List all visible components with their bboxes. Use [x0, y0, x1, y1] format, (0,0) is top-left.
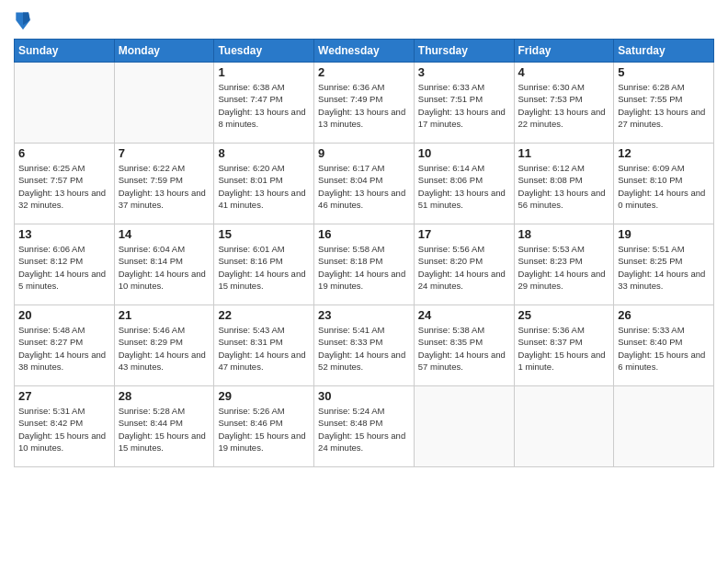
- day-number: 12: [618, 146, 710, 160]
- day-info: Sunrise: 5:33 AM Sunset: 8:40 PM Dayligh…: [618, 324, 710, 373]
- day-info: Sunrise: 5:38 AM Sunset: 8:35 PM Dayligh…: [418, 324, 510, 373]
- day-info: Sunrise: 5:43 AM Sunset: 8:31 PM Dayligh…: [218, 324, 310, 373]
- weekday-header-tuesday: Tuesday: [214, 40, 314, 63]
- day-info: Sunrise: 6:28 AM Sunset: 7:55 PM Dayligh…: [618, 81, 710, 130]
- page: SundayMondayTuesdayWednesdayThursdayFrid…: [0, 0, 728, 563]
- day-info: Sunrise: 5:31 AM Sunset: 8:42 PM Dayligh…: [18, 405, 110, 454]
- weekday-header-sunday: Sunday: [15, 40, 115, 63]
- calendar-week-4: 27Sunrise: 5:31 AM Sunset: 8:42 PM Dayli…: [15, 386, 714, 467]
- day-info: Sunrise: 5:36 AM Sunset: 8:37 PM Dayligh…: [518, 324, 610, 373]
- day-number: 27: [18, 389, 110, 403]
- day-number: 3: [418, 65, 510, 79]
- weekday-row: SundayMondayTuesdayWednesdayThursdayFrid…: [15, 40, 714, 63]
- calendar-cell: 10Sunrise: 6:14 AM Sunset: 8:06 PM Dayli…: [414, 144, 514, 224]
- day-number: 10: [418, 146, 510, 160]
- weekday-header-wednesday: Wednesday: [314, 40, 415, 63]
- day-info: Sunrise: 5:51 AM Sunset: 8:25 PM Dayligh…: [618, 243, 710, 292]
- calendar-header: SundayMondayTuesdayWednesdayThursdayFrid…: [15, 40, 714, 63]
- day-info: Sunrise: 5:46 AM Sunset: 8:29 PM Dayligh…: [119, 324, 210, 373]
- calendar-week-0: 1Sunrise: 6:38 AM Sunset: 7:47 PM Daylig…: [15, 63, 714, 144]
- day-info: Sunrise: 6:33 AM Sunset: 7:51 PM Dayligh…: [418, 81, 510, 130]
- day-info: Sunrise: 6:01 AM Sunset: 8:16 PM Dayligh…: [218, 243, 310, 292]
- day-number: 7: [119, 146, 210, 160]
- day-number: 13: [18, 227, 110, 241]
- logo: [14, 9, 34, 31]
- day-number: 1: [218, 65, 310, 79]
- calendar-cell: 19Sunrise: 5:51 AM Sunset: 8:25 PM Dayli…: [614, 224, 714, 305]
- calendar-cell: 29Sunrise: 5:26 AM Sunset: 8:46 PM Dayli…: [214, 386, 314, 467]
- logo-icon: [14, 9, 32, 31]
- day-number: 28: [119, 389, 210, 403]
- day-info: Sunrise: 5:53 AM Sunset: 8:23 PM Dayligh…: [518, 243, 610, 292]
- calendar-cell: 15Sunrise: 6:01 AM Sunset: 8:16 PM Dayli…: [214, 224, 314, 305]
- day-number: 15: [218, 227, 310, 241]
- day-number: 18: [518, 227, 610, 241]
- calendar-cell: 17Sunrise: 5:56 AM Sunset: 8:20 PM Dayli…: [414, 224, 514, 305]
- calendar-week-3: 20Sunrise: 5:48 AM Sunset: 8:27 PM Dayli…: [15, 305, 714, 386]
- weekday-header-thursday: Thursday: [414, 40, 514, 63]
- calendar-body: 1Sunrise: 6:38 AM Sunset: 7:47 PM Daylig…: [15, 63, 714, 467]
- day-number: 8: [218, 146, 310, 160]
- calendar-cell: 3Sunrise: 6:33 AM Sunset: 7:51 PM Daylig…: [414, 63, 514, 144]
- day-number: 21: [119, 308, 210, 322]
- calendar-cell: [114, 63, 214, 144]
- day-number: 30: [318, 389, 410, 403]
- calendar-cell: 2Sunrise: 6:36 AM Sunset: 7:49 PM Daylig…: [314, 63, 415, 144]
- calendar-cell: 5Sunrise: 6:28 AM Sunset: 7:55 PM Daylig…: [614, 63, 714, 144]
- calendar-cell: 30Sunrise: 5:24 AM Sunset: 8:48 PM Dayli…: [314, 386, 415, 467]
- calendar-week-2: 13Sunrise: 6:06 AM Sunset: 8:12 PM Dayli…: [15, 224, 714, 305]
- calendar-cell: 23Sunrise: 5:41 AM Sunset: 8:33 PM Dayli…: [314, 305, 415, 386]
- calendar-cell: 12Sunrise: 6:09 AM Sunset: 8:10 PM Dayli…: [614, 144, 714, 224]
- calendar-cell: 1Sunrise: 6:38 AM Sunset: 7:47 PM Daylig…: [214, 63, 314, 144]
- day-number: 26: [618, 308, 710, 322]
- calendar-cell: 27Sunrise: 5:31 AM Sunset: 8:42 PM Dayli…: [15, 386, 115, 467]
- day-info: Sunrise: 6:14 AM Sunset: 8:06 PM Dayligh…: [418, 162, 510, 211]
- calendar-cell: 26Sunrise: 5:33 AM Sunset: 8:40 PM Dayli…: [614, 305, 714, 386]
- calendar-cell: 7Sunrise: 6:22 AM Sunset: 7:59 PM Daylig…: [114, 144, 214, 224]
- day-info: Sunrise: 6:04 AM Sunset: 8:14 PM Dayligh…: [119, 243, 210, 292]
- calendar-cell: [414, 386, 514, 467]
- calendar-table: SundayMondayTuesdayWednesdayThursdayFrid…: [14, 39, 714, 467]
- calendar-cell: 16Sunrise: 5:58 AM Sunset: 8:18 PM Dayli…: [314, 224, 415, 305]
- day-number: 25: [518, 308, 610, 322]
- weekday-header-monday: Monday: [114, 40, 214, 63]
- day-number: 4: [518, 65, 610, 79]
- day-number: 20: [18, 308, 110, 322]
- calendar-cell: [514, 386, 614, 467]
- day-info: Sunrise: 5:48 AM Sunset: 8:27 PM Dayligh…: [18, 324, 110, 373]
- calendar-cell: 13Sunrise: 6:06 AM Sunset: 8:12 PM Dayli…: [15, 224, 115, 305]
- day-info: Sunrise: 5:28 AM Sunset: 8:44 PM Dayligh…: [119, 405, 210, 454]
- day-number: 16: [318, 227, 410, 241]
- day-number: 17: [418, 227, 510, 241]
- day-info: Sunrise: 5:41 AM Sunset: 8:33 PM Dayligh…: [318, 324, 410, 373]
- calendar-cell: 8Sunrise: 6:20 AM Sunset: 8:01 PM Daylig…: [214, 144, 314, 224]
- day-info: Sunrise: 6:12 AM Sunset: 8:08 PM Dayligh…: [518, 162, 610, 211]
- day-info: Sunrise: 5:24 AM Sunset: 8:48 PM Dayligh…: [318, 405, 410, 454]
- header: [14, 9, 714, 31]
- day-number: 14: [119, 227, 210, 241]
- calendar-cell: 11Sunrise: 6:12 AM Sunset: 8:08 PM Dayli…: [514, 144, 614, 224]
- calendar-cell: 24Sunrise: 5:38 AM Sunset: 8:35 PM Dayli…: [414, 305, 514, 386]
- day-info: Sunrise: 6:36 AM Sunset: 7:49 PM Dayligh…: [318, 81, 410, 130]
- calendar-week-1: 6Sunrise: 6:25 AM Sunset: 7:57 PM Daylig…: [15, 144, 714, 224]
- calendar-cell: 20Sunrise: 5:48 AM Sunset: 8:27 PM Dayli…: [15, 305, 115, 386]
- day-number: 6: [18, 146, 110, 160]
- day-info: Sunrise: 6:06 AM Sunset: 8:12 PM Dayligh…: [18, 243, 110, 292]
- day-info: Sunrise: 6:20 AM Sunset: 8:01 PM Dayligh…: [218, 162, 310, 211]
- day-info: Sunrise: 5:26 AM Sunset: 8:46 PM Dayligh…: [218, 405, 310, 454]
- calendar-cell: 9Sunrise: 6:17 AM Sunset: 8:04 PM Daylig…: [314, 144, 415, 224]
- calendar-cell: 22Sunrise: 5:43 AM Sunset: 8:31 PM Dayli…: [214, 305, 314, 386]
- day-number: 24: [418, 308, 510, 322]
- day-info: Sunrise: 6:09 AM Sunset: 8:10 PM Dayligh…: [618, 162, 710, 211]
- calendar-cell: 18Sunrise: 5:53 AM Sunset: 8:23 PM Dayli…: [514, 224, 614, 305]
- day-info: Sunrise: 6:17 AM Sunset: 8:04 PM Dayligh…: [318, 162, 410, 211]
- calendar-cell: 4Sunrise: 6:30 AM Sunset: 7:53 PM Daylig…: [514, 63, 614, 144]
- day-info: Sunrise: 5:56 AM Sunset: 8:20 PM Dayligh…: [418, 243, 510, 292]
- day-number: 5: [618, 65, 710, 79]
- calendar-cell: 21Sunrise: 5:46 AM Sunset: 8:29 PM Dayli…: [114, 305, 214, 386]
- weekday-header-saturday: Saturday: [614, 40, 714, 63]
- calendar-cell: [15, 63, 115, 144]
- day-number: 2: [318, 65, 410, 79]
- day-info: Sunrise: 6:22 AM Sunset: 7:59 PM Dayligh…: [119, 162, 210, 211]
- day-number: 29: [218, 389, 310, 403]
